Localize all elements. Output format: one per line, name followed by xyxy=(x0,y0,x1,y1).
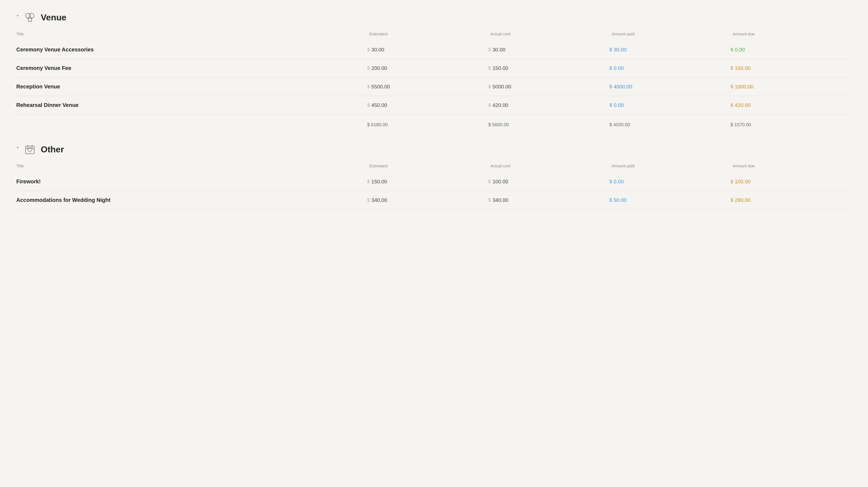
venue-total-actual: $ 5600.00 xyxy=(488,122,509,127)
other-col-paid: Amount paid xyxy=(610,164,731,172)
row-estimated: $340.00 xyxy=(367,191,488,209)
other-section-title: Other xyxy=(41,144,64,154)
row-paid: $0.00 xyxy=(610,59,731,78)
row-due: $0.00 xyxy=(731,40,852,59)
row-actual: $340.00 xyxy=(488,191,610,209)
table-row: Firework! $150.00 $100.00 $0.00 $100.00 xyxy=(16,172,852,191)
svg-point-1 xyxy=(29,13,34,18)
other-table-header: Title Estimated Actual cost Amount paid … xyxy=(16,164,852,172)
row-due: $100.00 xyxy=(731,172,852,191)
row-estimated: $5500.00 xyxy=(367,78,488,96)
venue-section: ˅ Venue Title xyxy=(16,11,852,130)
row-title: Accommodations for Wedding Night xyxy=(16,191,367,209)
other-chevron-icon[interactable]: ˅ xyxy=(16,146,19,153)
venue-icon xyxy=(23,11,36,24)
venue-col-paid: Amount paid xyxy=(610,32,731,40)
row-actual: $30.00 xyxy=(488,40,610,59)
svg-point-6 xyxy=(31,18,32,19)
table-row: Rehearsal Dinner Venue $450.00 $420.00 $… xyxy=(16,96,852,115)
other-section-header: ˅ Other xyxy=(16,143,852,156)
row-actual: $420.00 xyxy=(488,96,610,115)
venue-totals-row: $ 6180.00 $ 5600.00 $ 4030.00 $ 1570.00 xyxy=(16,115,852,130)
row-estimated: $150.00 xyxy=(367,172,488,191)
row-estimated: $30.00 xyxy=(367,40,488,59)
venue-col-actual: Actual cost xyxy=(488,32,610,40)
row-actual: $150.00 xyxy=(488,59,610,78)
row-due: $290.00 xyxy=(731,191,852,209)
table-row: Ceremony Venue Accessories $30.00 $30.00… xyxy=(16,40,852,59)
svg-rect-7 xyxy=(26,146,34,154)
other-icon xyxy=(23,143,36,156)
row-estimated: $450.00 xyxy=(367,96,488,115)
other-col-estimated: Estimated xyxy=(367,164,488,172)
row-title: Rehearsal Dinner Venue xyxy=(16,96,367,115)
row-title: Reception Venue xyxy=(16,78,367,96)
venue-section-title: Venue xyxy=(41,12,66,23)
venue-col-estimated: Estimated xyxy=(367,32,488,40)
other-section: ˅ Other Title Estimated xyxy=(16,143,852,209)
row-paid: $4000.00 xyxy=(610,78,731,96)
other-col-due: Amount due xyxy=(731,164,852,172)
row-title: Firework! xyxy=(16,172,367,191)
row-paid: $30.00 xyxy=(610,40,731,59)
row-paid: $50.00 xyxy=(610,191,731,209)
row-due: $150.00 xyxy=(731,59,852,78)
venue-col-due: Amount due xyxy=(731,32,852,40)
row-title: Ceremony Venue Fee xyxy=(16,59,367,78)
venue-total-estimated: $ 6180.00 xyxy=(367,122,388,127)
row-estimated: $200.00 xyxy=(367,59,488,78)
other-table: Title Estimated Actual cost Amount paid … xyxy=(16,164,852,209)
row-due: $420.00 xyxy=(731,96,852,115)
other-col-actual: Actual cost xyxy=(488,164,610,172)
table-row: Ceremony Venue Fee $200.00 $150.00 $0.00… xyxy=(16,59,852,78)
venue-chevron-icon[interactable]: ˅ xyxy=(16,14,19,21)
row-paid: $0.00 xyxy=(610,172,731,191)
row-title: Ceremony Venue Accessories xyxy=(16,40,367,59)
table-row: Reception Venue $5500.00 $5000.00 $4000.… xyxy=(16,78,852,96)
row-actual: $100.00 xyxy=(488,172,610,191)
row-paid: $0.00 xyxy=(610,96,731,115)
venue-table: Title Estimated Actual cost Amount paid … xyxy=(16,32,852,130)
venue-table-header: Title Estimated Actual cost Amount paid … xyxy=(16,32,852,40)
svg-point-5 xyxy=(28,18,29,19)
venue-section-header: ˅ Venue xyxy=(16,11,852,24)
row-actual: $5000.00 xyxy=(488,78,610,96)
venue-total-paid: $ 4030.00 xyxy=(610,122,630,127)
table-row: Accommodations for Wedding Night $340.00… xyxy=(16,191,852,209)
row-due: $1000.00 xyxy=(731,78,852,96)
venue-total-due: $ 1570.00 xyxy=(731,122,751,127)
venue-col-title: Title xyxy=(16,32,367,40)
other-col-title: Title xyxy=(16,164,367,172)
